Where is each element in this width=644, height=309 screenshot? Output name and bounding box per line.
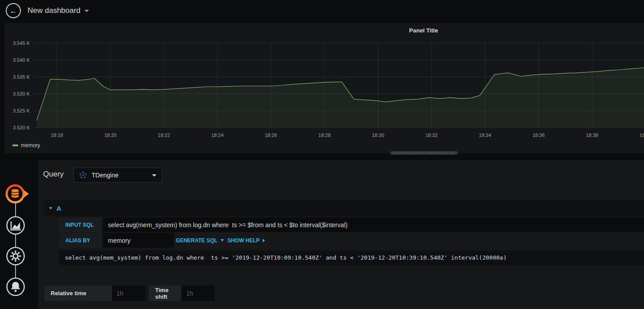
svg-text:18:38: 18:38: [586, 132, 598, 138]
svg-text:18:20: 18:20: [104, 132, 117, 138]
input-sql-label: INPUT SQL: [59, 217, 102, 232]
svg-text:3.545 K: 3.545 K: [13, 40, 30, 46]
chevron-down-icon: [84, 10, 89, 12]
svg-text:18:32: 18:32: [425, 132, 438, 138]
svg-text:18:36: 18:36: [532, 132, 545, 138]
relative-time-label: Relative time: [44, 285, 112, 301]
svg-text:18:22: 18:22: [158, 132, 170, 138]
graph-panel: Panel Title 3.520 K3.525 K3.530 K3.535 K…: [4, 23, 644, 153]
panel-resize-handle[interactable]: [390, 151, 458, 155]
query-row-header[interactable]: A: [44, 200, 644, 217]
time-shift-input[interactable]: [182, 285, 215, 301]
alias-by-label: ALIAS BY: [59, 233, 102, 248]
svg-text:18:28: 18:28: [318, 132, 331, 138]
query-letter: A: [56, 205, 61, 212]
navbar: ← New dashboard: [0, 0, 644, 21]
legend-label[interactable]: memory: [21, 142, 40, 148]
chevron-down-icon: [152, 174, 156, 177]
query-section-title: Query: [43, 170, 64, 179]
svg-text:18:30: 18:30: [372, 132, 384, 138]
alias-by-field[interactable]: [103, 233, 174, 248]
tab-general-settings[interactable]: [6, 246, 25, 266]
tab-queries[interactable]: [4, 183, 30, 205]
datasource-picker[interactable]: TDengine: [73, 168, 162, 183]
svg-text:18:24: 18:24: [211, 132, 224, 138]
svg-text:3.535 K: 3.535 K: [13, 74, 30, 80]
collapse-caret-icon: [49, 207, 52, 209]
svg-text:3.525 K: 3.525 K: [13, 108, 30, 113]
tab-alert[interactable]: [6, 277, 25, 297]
query-editor-panel: Query TDengine A INPUT SQL ALIAS BY GENE…: [38, 160, 644, 309]
sidebar-connector-line: [15, 194, 16, 288]
chevron-down-icon: [220, 239, 224, 241]
time-shift-label: Time shift: [149, 285, 181, 301]
svg-text:3.540 K: 3.540 K: [13, 57, 30, 63]
tab-visualization[interactable]: [6, 216, 25, 235]
input-sql-field[interactable]: [103, 217, 644, 232]
chevron-right-icon: [263, 239, 265, 242]
generated-sql-preview: select avg(mem_system) from log.dn where…: [59, 250, 644, 265]
legend: memory: [12, 142, 40, 149]
svg-text:3.530 K: 3.530 K: [13, 91, 30, 96]
dashboard-title-menu[interactable]: New dashboard: [28, 0, 89, 21]
show-help-button[interactable]: SHOW HELP: [226, 233, 266, 248]
time-series-chart[interactable]: 3.520 K3.525 K3.530 K3.535 K3.540 K3.545…: [4, 23, 644, 153]
database-icon: [11, 189, 20, 198]
svg-text:3.520 K: 3.520 K: [13, 125, 30, 130]
svg-text:18:26: 18:26: [265, 132, 277, 138]
generate-sql-button[interactable]: GENERATE SQL: [175, 233, 225, 248]
tdengine-icon: [79, 171, 87, 179]
relative-time-input[interactable]: [112, 285, 146, 301]
dashboard-title: New dashboard: [28, 6, 80, 15]
svg-text:18:40: 18:40: [640, 132, 644, 138]
back-button[interactable]: ←: [6, 3, 21, 18]
resize-handle-dots: [394, 152, 454, 153]
svg-text:18:18: 18:18: [51, 132, 63, 138]
back-arrow-icon: ←: [10, 7, 17, 15]
legend-color-swatch: [12, 144, 18, 146]
datasource-name: TDengine: [92, 172, 148, 179]
svg-text:18:34: 18:34: [479, 132, 492, 138]
